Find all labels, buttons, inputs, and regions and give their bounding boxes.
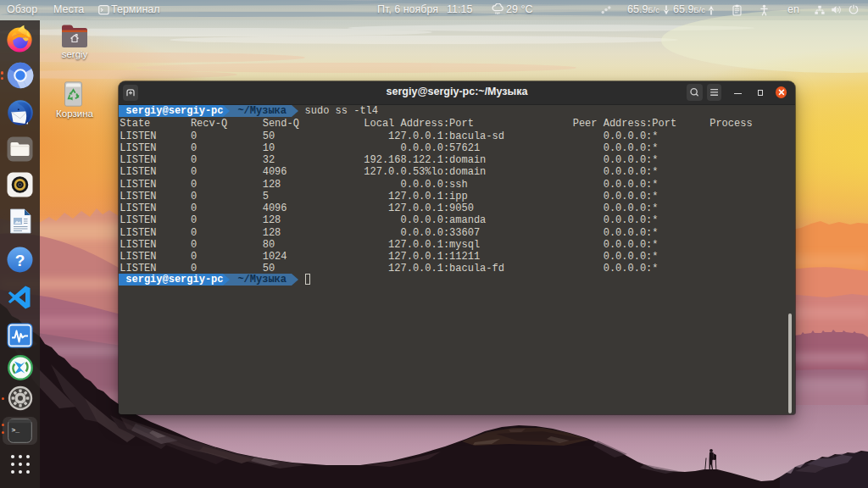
svg-text:?: ? bbox=[15, 251, 25, 269]
svg-text:>_: >_ bbox=[12, 426, 20, 434]
